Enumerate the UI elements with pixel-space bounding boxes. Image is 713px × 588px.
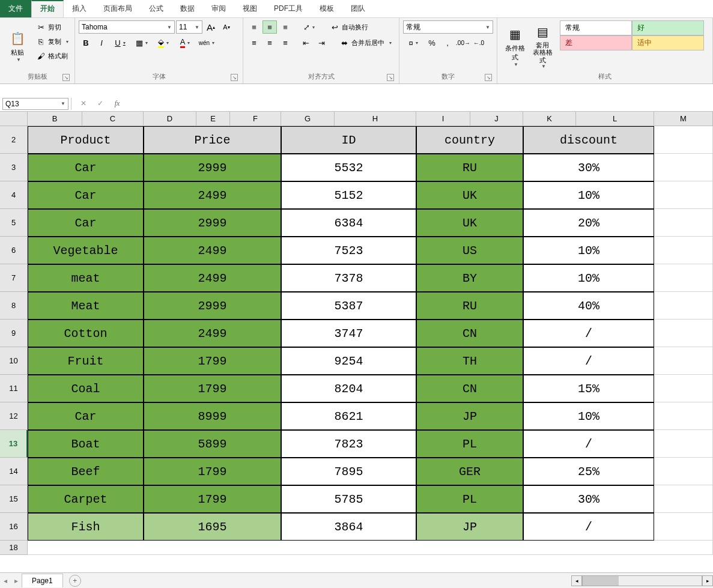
tab-file[interactable]: 文件	[0, 0, 31, 17]
tab-数据[interactable]: 数据	[172, 0, 203, 17]
col-header-K[interactable]: K	[523, 112, 576, 126]
font-name-select[interactable]: Tahoma▼	[79, 20, 175, 34]
cell[interactable]	[654, 320, 713, 347]
tab-nav-next[interactable]: ▸	[11, 577, 22, 585]
cell-discount[interactable]: 10%	[523, 237, 654, 264]
cell-id[interactable]: 8204	[281, 375, 416, 402]
cancel-formula-button[interactable]: ✕	[77, 99, 90, 108]
cell-discount[interactable]: 10%	[523, 402, 654, 430]
cell-id[interactable]: 3747	[281, 320, 416, 347]
add-sheet-button[interactable]: +	[69, 575, 81, 587]
cell-discount[interactable]: 10%	[523, 264, 654, 292]
cell-country[interactable]: PL	[416, 430, 523, 458]
underline-button[interactable]: U▾	[110, 36, 130, 49]
cell-product[interactable]: Car	[28, 402, 144, 430]
number-format-select[interactable]: 常规▼	[403, 20, 493, 34]
cell-country[interactable]: PL	[416, 485, 523, 513]
row-header-14[interactable]: 14	[0, 458, 28, 485]
scroll-right-button[interactable]: ▸	[702, 575, 713, 586]
col-header-J[interactable]: J	[470, 112, 523, 126]
col-header-L[interactable]: L	[576, 112, 654, 126]
phonetic-button[interactable]: wén▾	[196, 36, 217, 49]
cell[interactable]	[654, 209, 713, 237]
cells-grid[interactable]: ProductPriceIDcountrydiscountCar29995532…	[28, 126, 713, 555]
tab-模板[interactable]: 模板	[311, 0, 342, 17]
cell-id[interactable]: 7823	[281, 430, 416, 458]
fill-color-button[interactable]: ⬙▾	[153, 36, 174, 49]
cell[interactable]	[654, 347, 713, 375]
cell-price[interactable]: 2499	[144, 237, 281, 264]
cell-id[interactable]: 8621	[281, 402, 416, 430]
cell[interactable]	[654, 458, 713, 485]
cell-country[interactable]: CN	[416, 320, 523, 347]
cell-style-normal[interactable]: 常规	[560, 20, 632, 35]
cell-country[interactable]: TH	[416, 347, 523, 375]
copy-button[interactable]: ⎘复制▾	[34, 35, 71, 48]
tab-开始[interactable]: 开始	[31, 0, 64, 17]
cell[interactable]	[654, 402, 713, 430]
col-header-D[interactable]: D	[144, 112, 196, 126]
row-header-3[interactable]: 3	[0, 154, 28, 181]
row-header-7[interactable]: 7	[0, 264, 28, 292]
col-header-I[interactable]: I	[416, 112, 470, 126]
tab-nav-first[interactable]: ◂	[0, 577, 11, 585]
increase-indent-button[interactable]: ⇥	[314, 36, 329, 49]
orientation-button[interactable]: ⤢▾	[299, 20, 319, 34]
col-header-C[interactable]: C	[82, 112, 144, 126]
increase-decimal-button[interactable]: .00→	[456, 36, 470, 49]
insert-function-button[interactable]: fx	[111, 99, 123, 108]
cell-product[interactable]: meat	[28, 264, 144, 292]
cell[interactable]	[654, 513, 713, 541]
cell-product[interactable]: Meat	[28, 292, 144, 320]
row-header-10[interactable]: 10	[0, 347, 28, 375]
tab-插入[interactable]: 插入	[64, 0, 95, 17]
cell-id[interactable]: 5785	[281, 485, 416, 513]
row-header-15[interactable]: 15	[0, 485, 28, 513]
format-as-table-button[interactable]: ▤ 套用 表格格式 ▼	[529, 20, 556, 71]
merge-center-button[interactable]: ⬌合并后居中▾	[337, 36, 394, 49]
row-header-16[interactable]: 16	[0, 513, 28, 541]
cell-product[interactable]: Car	[28, 181, 144, 209]
cell-price[interactable]: 2499	[144, 320, 281, 347]
scroll-track[interactable]	[582, 575, 702, 586]
accounting-format-button[interactable]: ¤▾	[403, 36, 423, 49]
cell[interactable]	[654, 237, 713, 264]
cell[interactable]	[28, 541, 713, 555]
col-header-B[interactable]: B	[28, 112, 82, 126]
cell-price[interactable]: 2999	[144, 154, 281, 181]
cut-button[interactable]: ✂剪切	[34, 20, 71, 34]
scroll-thumb[interactable]	[583, 576, 619, 586]
italic-button[interactable]: I	[94, 36, 109, 49]
cell-discount[interactable]: 20%	[523, 209, 654, 237]
cell-id[interactable]: 6384	[281, 209, 416, 237]
decrease-decimal-button[interactable]: ←.0	[472, 36, 486, 49]
cell-country[interactable]: RU	[416, 154, 523, 181]
font-size-select[interactable]: 11▼	[176, 20, 202, 34]
cell[interactable]	[654, 126, 713, 154]
cell-product[interactable]: Fruit	[28, 347, 144, 375]
header-cell[interactable]: Product	[28, 126, 144, 154]
row-header-11[interactable]: 11	[0, 375, 28, 402]
cell-discount[interactable]: 30%	[523, 485, 654, 513]
cell-id[interactable]: 5532	[281, 154, 416, 181]
cell[interactable]	[654, 181, 713, 209]
align-top-button[interactable]: ≡	[247, 20, 261, 34]
conditional-format-button[interactable]: ▦ 条件格式 ▼	[501, 20, 529, 71]
align-bottom-button[interactable]: ≡	[278, 20, 293, 34]
cell-country[interactable]: UK	[416, 209, 523, 237]
name-box[interactable]: Q13▼	[2, 98, 68, 110]
scroll-left-button[interactable]: ◂	[571, 575, 582, 586]
clipboard-dialog-launcher[interactable]: ↘	[62, 74, 70, 81]
cell[interactable]	[654, 375, 713, 402]
cell[interactable]	[654, 154, 713, 181]
cell[interactable]	[654, 264, 713, 292]
cell-discount[interactable]: 10%	[523, 181, 654, 209]
cell-id[interactable]: 3864	[281, 513, 416, 541]
cell-product[interactable]: Car	[28, 154, 144, 181]
cell-price[interactable]: 2999	[144, 292, 281, 320]
tab-视图[interactable]: 视图	[234, 0, 265, 17]
cell-discount[interactable]: /	[523, 320, 654, 347]
cell-product[interactable]: Boat	[28, 430, 144, 458]
header-cell[interactable]: Price	[144, 126, 281, 154]
cell-id[interactable]: 5152	[281, 181, 416, 209]
